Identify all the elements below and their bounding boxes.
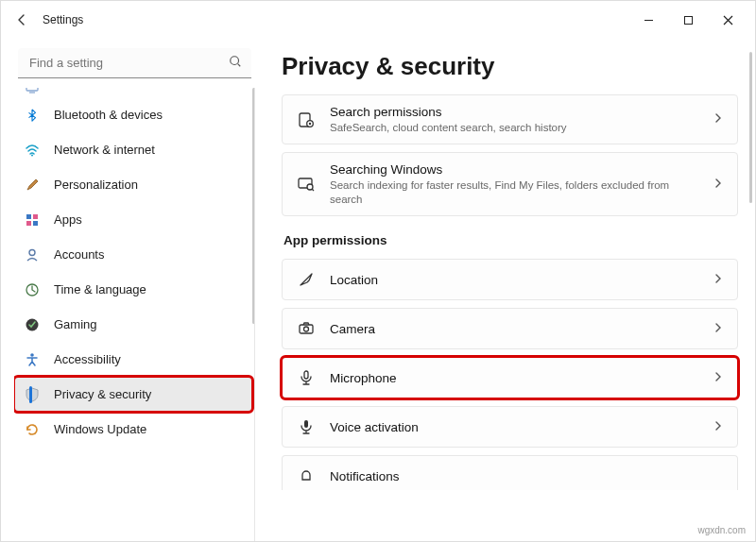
chevron-right-icon	[713, 371, 724, 385]
search-input[interactable]	[27, 55, 229, 71]
voice-activation-icon	[296, 416, 317, 437]
svg-point-11	[29, 249, 35, 255]
card-microphone[interactable]: Microphone	[282, 357, 738, 398]
searching-windows-icon	[296, 174, 317, 195]
main-scrollbar[interactable]	[749, 52, 752, 203]
svg-rect-1	[684, 16, 692, 24]
sidebar-item-system[interactable]: System	[14, 88, 252, 97]
microphone-icon	[296, 367, 317, 388]
card-notifications[interactable]: Notifications	[282, 455, 738, 490]
sidebar-item-personalization[interactable]: Personalization	[14, 167, 252, 202]
sidebar: System Bluetooth & devices Network & int…	[1, 39, 261, 541]
svg-rect-10	[33, 221, 38, 226]
titlebar: Settings	[1, 1, 755, 39]
account-icon	[24, 246, 41, 263]
section-app-permissions: App permissions	[284, 233, 738, 247]
svg-line-3	[238, 64, 241, 67]
apps-icon	[24, 212, 41, 229]
brush-icon	[24, 177, 41, 194]
clock-icon	[24, 281, 41, 298]
update-icon	[24, 421, 41, 438]
location-icon	[296, 269, 317, 290]
sidebar-item-bluetooth[interactable]: Bluetooth & devices	[14, 97, 252, 132]
svg-point-14	[30, 353, 34, 357]
sidebar-item-label: Accounts	[54, 247, 104, 262]
wifi-icon	[24, 142, 41, 159]
sidebar-item-network[interactable]: Network & internet	[14, 132, 252, 167]
sidebar-item-label: Accessibility	[54, 352, 121, 366]
card-title: Notifications	[330, 469, 724, 483]
sidebar-item-time-language[interactable]: Time & language	[14, 272, 252, 307]
svg-point-6	[31, 154, 33, 156]
sidebar-item-label: Privacy & security	[54, 387, 151, 401]
svg-point-22	[304, 327, 309, 331]
card-voice-activation[interactable]: Voice activation	[282, 406, 738, 448]
sidebar-item-label: Windows Update	[54, 422, 146, 436]
window-title: Settings	[43, 13, 83, 26]
close-button[interactable]	[708, 5, 747, 35]
bluetooth-icon	[24, 107, 41, 124]
svg-point-2	[231, 57, 239, 65]
chevron-right-icon	[713, 112, 724, 127]
sidebar-item-label: Time & language	[54, 282, 146, 296]
sidebar-item-gaming[interactable]: Gaming	[14, 307, 252, 342]
svg-rect-24	[304, 420, 308, 428]
sidebar-scrollbar[interactable]	[252, 88, 255, 324]
sidebar-item-accounts[interactable]: Accounts	[14, 237, 252, 272]
card-subtitle: Search indexing for faster results, Find…	[330, 178, 699, 206]
minimize-button[interactable]	[628, 5, 668, 35]
svg-rect-9	[26, 221, 31, 226]
sidebar-item-label: Apps	[54, 212, 82, 227]
chevron-right-icon	[713, 420, 724, 434]
card-searching-windows[interactable]: Searching Windows Search indexing for fa…	[282, 152, 738, 216]
page-title: Privacy & security	[282, 52, 738, 81]
notifications-icon	[296, 466, 317, 486]
card-title: Voice activation	[330, 420, 699, 434]
shield-icon	[24, 386, 41, 403]
sidebar-item-label: Gaming	[54, 317, 97, 331]
card-subtitle: SafeSearch, cloud content search, search…	[330, 121, 699, 134]
maximize-button[interactable]	[668, 5, 708, 35]
chevron-right-icon	[713, 322, 724, 336]
svg-rect-23	[304, 371, 308, 379]
card-title: Microphone	[330, 371, 699, 385]
card-search-permissions[interactable]: Search permissions SafeSearch, cloud con…	[282, 94, 738, 144]
svg-rect-4	[26, 88, 38, 91]
card-camera[interactable]: Camera	[282, 308, 738, 349]
svg-rect-8	[33, 214, 38, 219]
card-location[interactable]: Location	[282, 259, 738, 300]
sidebar-item-label: Network & internet	[54, 143, 155, 157]
chevron-right-icon	[713, 178, 724, 192]
card-title: Searching Windows	[330, 162, 699, 177]
svg-point-17	[309, 122, 311, 124]
camera-icon	[296, 318, 317, 339]
search-icon	[229, 55, 242, 71]
watermark: wgxdn.com	[697, 525, 746, 535]
chevron-right-icon	[713, 273, 724, 287]
svg-line-20	[312, 189, 314, 191]
card-title: Location	[330, 273, 699, 287]
settings-window: Settings	[0, 0, 756, 542]
search-permissions-icon	[296, 110, 317, 130]
gaming-icon	[24, 316, 41, 333]
svg-rect-7	[26, 214, 31, 219]
sidebar-item-label: Bluetooth & devices	[54, 108, 163, 122]
sidebar-item-windows-update[interactable]: Windows Update	[14, 412, 252, 447]
back-button[interactable]	[14, 12, 29, 27]
card-title: Camera	[330, 322, 699, 336]
accessibility-icon	[24, 351, 41, 368]
search-box[interactable]	[18, 48, 251, 78]
sidebar-item-privacy-security[interactable]: Privacy & security	[14, 377, 252, 412]
main-content[interactable]: Privacy & security Search permissions Sa…	[261, 39, 755, 541]
sidebar-item-accessibility[interactable]: Accessibility	[14, 342, 252, 377]
system-icon	[24, 88, 41, 96]
card-title: Search permissions	[330, 105, 699, 119]
sidebar-item-apps[interactable]: Apps	[14, 202, 252, 237]
sidebar-item-label: Personalization	[54, 178, 138, 192]
sidebar-nav[interactable]: System Bluetooth & devices Network & int…	[14, 88, 255, 541]
